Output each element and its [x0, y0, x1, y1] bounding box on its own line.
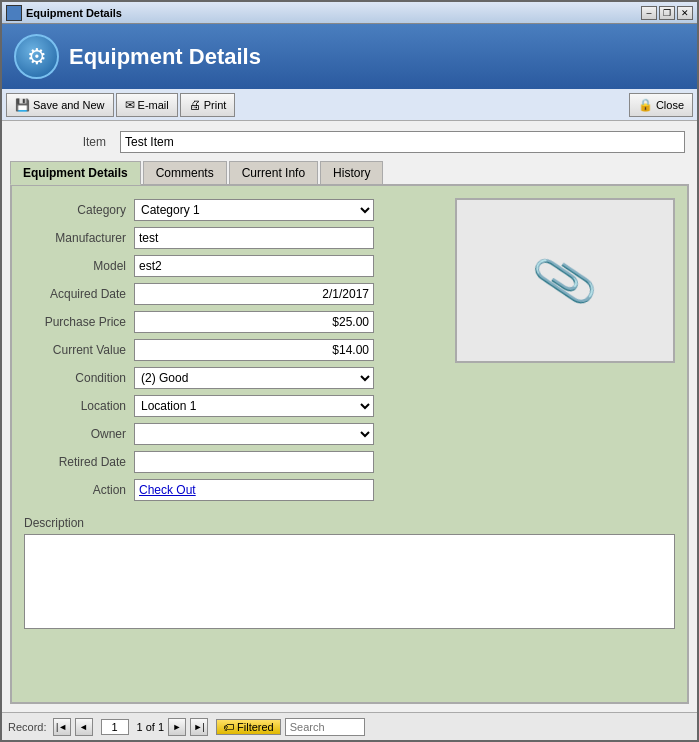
equipment-icon	[14, 34, 59, 79]
window-controls: – ❐ ✕	[641, 6, 693, 20]
current-value-row: Current Value	[24, 338, 445, 362]
restore-button[interactable]: ❐	[659, 6, 675, 20]
manufacturer-row: Manufacturer	[24, 226, 445, 250]
owner-select[interactable]	[134, 423, 374, 445]
nav-prev-button[interactable]: ◄	[75, 718, 93, 736]
condition-label: Condition	[24, 371, 134, 385]
retired-date-label: Retired Date	[24, 455, 134, 469]
category-label: Category	[24, 203, 134, 217]
acquired-date-input[interactable]	[134, 283, 374, 305]
filtered-button[interactable]: 🏷 Filtered	[216, 719, 281, 735]
description-label: Description	[24, 516, 675, 530]
action-row: Action Check Out	[24, 478, 445, 502]
record-total: 1 of 1	[137, 721, 165, 733]
header-title: Equipment Details	[69, 44, 261, 70]
save-and-new-label: Save and New	[33, 99, 105, 111]
tab-history[interactable]: History	[320, 161, 383, 185]
form-fields: Category Category 1 Category 2 Category …	[24, 198, 445, 506]
model-row: Model	[24, 254, 445, 278]
owner-row: Owner	[24, 422, 445, 446]
item-row: Item	[10, 129, 689, 155]
tab-body: Category Category 1 Category 2 Category …	[10, 184, 689, 704]
acquired-date-row: Acquired Date	[24, 282, 445, 306]
content-area: Item Equipment Details Comments Current …	[2, 121, 697, 712]
item-label: Item	[14, 135, 114, 149]
tab-header: Equipment Details Comments Current Info …	[10, 161, 689, 185]
tab-comments[interactable]: Comments	[143, 161, 227, 185]
condition-select[interactable]: (1) Poor (2) Good (3) Excellent	[134, 367, 374, 389]
print-button[interactable]: 🖨 Print	[180, 93, 236, 117]
record-current-input[interactable]	[101, 719, 129, 735]
description-area: Description	[24, 516, 675, 632]
print-label: Print	[204, 99, 227, 111]
window-icon	[6, 5, 22, 21]
minimize-button[interactable]: –	[641, 6, 657, 20]
title-bar: Equipment Details – ❐ ✕	[2, 2, 697, 24]
retired-date-input[interactable]	[134, 451, 374, 473]
manufacturer-label: Manufacturer	[24, 231, 134, 245]
filter-icon: 🏷	[223, 721, 234, 733]
header-banner: Equipment Details	[2, 24, 697, 89]
save-icon: 💾	[15, 98, 30, 112]
record-label: Record:	[8, 721, 47, 733]
close-button[interactable]: 🔒 Close	[629, 93, 693, 117]
filtered-label: Filtered	[237, 721, 274, 733]
form-area: Category Category 1 Category 2 Category …	[24, 198, 675, 506]
nav-next-button[interactable]: ►	[168, 718, 186, 736]
email-button[interactable]: ✉ E-mail	[116, 93, 178, 117]
nav-last-button[interactable]: ►|	[190, 718, 208, 736]
purchase-price-input[interactable]	[134, 311, 374, 333]
action-label: Action	[24, 483, 134, 497]
acquired-date-label: Acquired Date	[24, 287, 134, 301]
owner-label: Owner	[24, 427, 134, 441]
purchase-price-row: Purchase Price	[24, 310, 445, 334]
current-value-input[interactable]	[134, 339, 374, 361]
action-container: Check Out	[134, 479, 374, 501]
tab-equipment-details[interactable]: Equipment Details	[10, 161, 141, 185]
condition-row: Condition (1) Poor (2) Good (3) Excellen…	[24, 366, 445, 390]
purchase-price-label: Purchase Price	[24, 315, 134, 329]
close-icon: 🔒	[638, 98, 653, 112]
paperclip-icon: 📎	[529, 246, 601, 316]
email-label: E-mail	[138, 99, 169, 111]
record-info	[101, 719, 129, 735]
tab-container: Equipment Details Comments Current Info …	[10, 161, 689, 704]
action-link[interactable]: Check Out	[139, 483, 196, 497]
model-input[interactable]	[134, 255, 374, 277]
print-icon: 🖨	[189, 98, 201, 112]
current-value-label: Current Value	[24, 343, 134, 357]
manufacturer-input[interactable]	[134, 227, 374, 249]
search-input[interactable]	[285, 718, 365, 736]
image-placeholder[interactable]: 📎	[455, 198, 675, 363]
location-select[interactable]: Location 1 Location 2	[134, 395, 374, 417]
tab-current-info[interactable]: Current Info	[229, 161, 318, 185]
status-bar: Record: |◄ ◄ 1 of 1 ► ►| 🏷 Filtered	[2, 712, 697, 740]
model-label: Model	[24, 259, 134, 273]
save-and-new-button[interactable]: 💾 Save and New	[6, 93, 114, 117]
category-select[interactable]: Category 1 Category 2 Category 3	[134, 199, 374, 221]
location-label: Location	[24, 399, 134, 413]
window-close-button[interactable]: ✕	[677, 6, 693, 20]
location-row: Location Location 1 Location 2	[24, 394, 445, 418]
nav-first-button[interactable]: |◄	[53, 718, 71, 736]
description-textarea[interactable]	[24, 534, 675, 629]
toolbar: 💾 Save and New ✉ E-mail 🖨 Print 🔒 Close	[2, 89, 697, 121]
retired-date-row: Retired Date	[24, 450, 445, 474]
window-title: Equipment Details	[26, 7, 641, 19]
item-input[interactable]	[120, 131, 685, 153]
main-window: Equipment Details – ❐ ✕ Equipment Detail…	[0, 0, 699, 742]
email-icon: ✉	[125, 98, 135, 112]
category-row: Category Category 1 Category 2 Category …	[24, 198, 445, 222]
close-label: Close	[656, 99, 684, 111]
